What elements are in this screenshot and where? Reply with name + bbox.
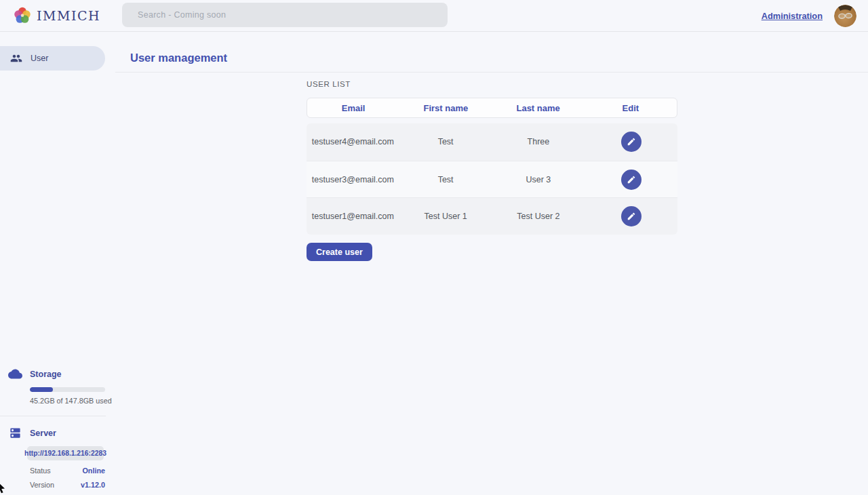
sidebar-item-user[interactable]: User (0, 46, 105, 71)
storage-progress-track (30, 387, 105, 392)
storage-progress-fill (30, 387, 53, 392)
app-title: IMMICH (37, 8, 100, 23)
user-list-panel: USER LIST Email First name Last name Edi… (307, 73, 677, 261)
sidebar: User Storage 45.2GB of 147.8GB used (0, 32, 115, 495)
page-title: User management (130, 52, 227, 64)
status-value: Online (82, 467, 105, 475)
cell-first-name: Test User 1 (399, 212, 492, 221)
pencil-icon (627, 137, 636, 146)
pencil-icon (627, 175, 636, 184)
version-label: Version (30, 481, 54, 489)
sidebar-divider (0, 416, 106, 416)
server-title: Server (30, 429, 56, 438)
edit-user-button[interactable] (621, 170, 642, 190)
top-bar-right: Administration (762, 0, 856, 32)
column-header-last-name: Last name (492, 103, 585, 113)
create-user-button[interactable]: Create user (307, 243, 372, 261)
cell-email: testuser1@email.com (307, 212, 399, 221)
immich-admin-screen: IMMICH Administration (0, 0, 868, 495)
column-header-email: Email (307, 103, 399, 113)
server-url: http://192.168.1.216:2283 (24, 450, 106, 457)
edit-user-button[interactable] (621, 132, 642, 152)
user-avatar[interactable] (834, 5, 856, 27)
search-bar[interactable] (122, 3, 448, 27)
server-status-row: Status Online (30, 467, 105, 475)
section-label: USER LIST (307, 80, 677, 88)
main-content: User management USER LIST Email First na… (115, 32, 868, 495)
table-row: testuser4@email.com Test Three (307, 123, 677, 161)
pencil-icon (627, 212, 636, 221)
status-label: Status (30, 467, 51, 475)
cell-email: testuser4@email.com (307, 137, 399, 146)
storage-usage-text: 45.2GB of 147.8GB used (30, 397, 115, 405)
cell-last-name: Test User 2 (492, 212, 585, 221)
server-section-header: Server (0, 427, 115, 439)
cell-first-name: Test (399, 137, 492, 146)
cloud-icon (0, 367, 30, 381)
storage-section-header: Storage (0, 367, 115, 381)
user-table-header: Email First name Last name Edit (307, 98, 677, 118)
search-input[interactable] (122, 3, 448, 27)
column-header-first-name: First name (399, 103, 492, 113)
top-bar: IMMICH Administration (0, 0, 868, 32)
immich-flower-logo-icon (13, 6, 32, 25)
user-table-body: testuser4@email.com Test Three (307, 123, 677, 235)
server-icon (0, 427, 30, 439)
storage-title: Storage (30, 370, 62, 379)
cell-first-name: Test (399, 175, 492, 184)
users-icon (10, 52, 22, 64)
sidebar-item-user-label: User (31, 54, 48, 63)
table-row: testuser1@email.com Test User 1 Test Use… (307, 197, 677, 235)
table-row: testuser3@email.com Test User 3 (307, 161, 677, 198)
column-header-edit: Edit (585, 103, 677, 113)
sidebar-footer: Storage 45.2GB of 147.8GB used Server ht… (0, 367, 115, 489)
server-version-row: Version v1.12.0 (30, 481, 105, 489)
cell-email: testuser3@email.com (307, 175, 399, 184)
cell-last-name: User 3 (492, 175, 585, 184)
administration-link[interactable]: Administration (762, 11, 823, 21)
edit-user-button[interactable] (621, 206, 642, 226)
brand[interactable]: IMMICH (0, 6, 109, 25)
cell-last-name: Three (492, 137, 585, 146)
version-value: v1.12.0 (81, 481, 105, 489)
server-url-badge: http://192.168.1.216:2283 (27, 446, 104, 460)
